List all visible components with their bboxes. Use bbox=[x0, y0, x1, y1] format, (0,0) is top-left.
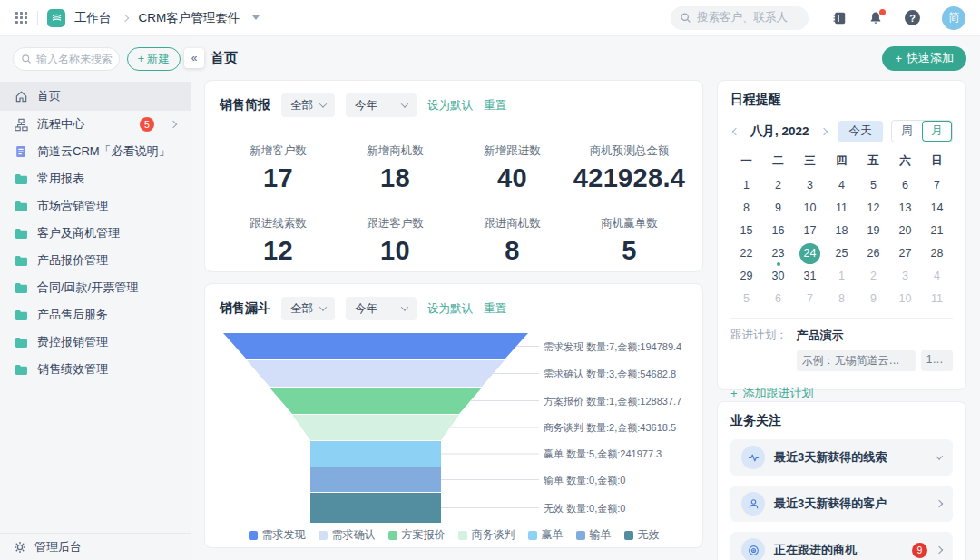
funnel-scope-select[interactable]: 全部 bbox=[281, 297, 335, 320]
brief-reset-link[interactable]: 重置 bbox=[484, 98, 506, 113]
funnel-set-default-link[interactable]: 设为默认 bbox=[427, 301, 473, 317]
calendar-day[interactable]: 2 bbox=[762, 174, 794, 196]
legend-item[interactable]: 需求确认 bbox=[318, 527, 376, 543]
funnel-stage[interactable] bbox=[292, 415, 459, 440]
calendar-day[interactable]: 4 bbox=[921, 265, 953, 287]
calendar-day[interactable]: 5 bbox=[730, 288, 762, 309]
sidebar-item[interactable]: 市场营销管理 bbox=[0, 192, 191, 220]
funnel-stage[interactable] bbox=[310, 441, 441, 467]
collapse-sidebar-button[interactable]: « bbox=[184, 48, 204, 68]
business-focus-item[interactable]: 最近3天新获得的客户 bbox=[730, 486, 953, 522]
sidebar-item[interactable]: 销售绩效管理 bbox=[0, 356, 191, 383]
apps-grid-icon[interactable] bbox=[15, 11, 28, 25]
calendar-day[interactable]: 19 bbox=[858, 220, 889, 241]
calendar-day[interactable]: 9 bbox=[762, 197, 794, 219]
business-focus-item[interactable]: 最近3天新获得的线索 bbox=[730, 439, 953, 476]
calendar-day[interactable]: 6 bbox=[762, 288, 794, 309]
business-focus-item[interactable]: 正在跟进的商机9 bbox=[730, 532, 953, 560]
calendar-day[interactable]: 10 bbox=[794, 197, 826, 219]
calendar-day[interactable]: 15 bbox=[730, 220, 762, 241]
sidebar-item[interactable]: 客户及商机管理 bbox=[0, 220, 191, 247]
calendar-day[interactable]: 8 bbox=[826, 288, 858, 309]
calendar-day[interactable]: 1 bbox=[826, 265, 858, 287]
breadcrumb-app-title[interactable]: CRM客户管理套件 bbox=[139, 10, 240, 26]
funnel-stage[interactable] bbox=[310, 493, 441, 523]
followup-company[interactable]: 示例：无锡简道云科技有限... bbox=[797, 350, 916, 371]
calendar-day[interactable]: 30 bbox=[762, 265, 794, 287]
calendar-day[interactable]: 5 bbox=[858, 174, 889, 196]
legend-item[interactable]: 赢单 bbox=[528, 527, 564, 543]
calendar-day[interactable]: 17 bbox=[794, 220, 826, 241]
legend-item[interactable]: 方案报价 bbox=[388, 527, 446, 543]
funnel-stage[interactable] bbox=[270, 388, 482, 414]
legend-item[interactable]: 输单 bbox=[576, 527, 612, 543]
calendar-day[interactable]: 28 bbox=[921, 242, 953, 264]
calendar-day[interactable]: 1 bbox=[730, 174, 762, 196]
calendar-day[interactable]: 8 bbox=[730, 197, 762, 219]
sidebar-item[interactable]: 费控报销管理 bbox=[0, 329, 191, 356]
sidebar-item[interactable]: 合同/回款/开票管理 bbox=[0, 274, 191, 301]
calendar-day[interactable]: 31 bbox=[794, 265, 826, 287]
calendar-day[interactable]: 21 bbox=[921, 220, 953, 241]
calendar-day[interactable]: 29 bbox=[730, 265, 762, 287]
calendar-day[interactable]: 6 bbox=[889, 174, 921, 196]
sidebar-item[interactable]: 产品报价管理 bbox=[0, 247, 191, 274]
calendar-day[interactable]: 24 bbox=[794, 242, 826, 264]
calendar-day[interactable]: 7 bbox=[921, 174, 953, 196]
calendar-day[interactable]: 7 bbox=[794, 288, 826, 309]
sidebar-item[interactable]: 常用报表 bbox=[0, 165, 191, 192]
help-icon[interactable]: ? bbox=[905, 10, 920, 25]
calendar-day[interactable]: 2 bbox=[858, 265, 889, 287]
breadcrumb-workspace[interactable]: 工作台 bbox=[74, 10, 112, 26]
quick-add-button[interactable]: + 快速添加 bbox=[882, 46, 966, 71]
calendar-day[interactable]: 14 bbox=[921, 197, 953, 219]
calendar-day[interactable]: 10 bbox=[889, 288, 921, 309]
legend-item[interactable]: 无效 bbox=[624, 527, 660, 543]
calendar-day[interactable]: 18 bbox=[826, 220, 858, 241]
calendar-day[interactable]: 16 bbox=[762, 220, 794, 241]
add-followup-plan-link[interactable]: + 添加跟进计划 bbox=[730, 385, 953, 401]
calendar-day[interactable]: 25 bbox=[826, 242, 858, 264]
legend-item[interactable]: 需求发现 bbox=[249, 527, 306, 543]
toggle-month[interactable]: 月 bbox=[922, 121, 952, 142]
sidebar-item[interactable]: 简道云CRM「必看说明」 bbox=[0, 138, 191, 165]
address-book-icon[interactable] bbox=[832, 11, 847, 25]
brief-scope-select[interactable]: 全部 bbox=[281, 93, 335, 117]
sidebar-item-admin[interactable]: 管理后台 bbox=[0, 533, 191, 560]
funnel-stage[interactable] bbox=[223, 333, 528, 359]
brief-set-default-link[interactable]: 设为默认 bbox=[427, 98, 473, 113]
calendar-day[interactable]: 22 bbox=[730, 242, 762, 264]
calendar-day[interactable]: 12 bbox=[858, 197, 889, 219]
funnel-stage[interactable] bbox=[247, 360, 505, 387]
avatar[interactable]: 简 bbox=[942, 6, 965, 30]
app-switch-caret-icon[interactable] bbox=[252, 15, 260, 20]
brief-period-select[interactable]: 今年 bbox=[346, 93, 416, 117]
funnel-reset-link[interactable]: 重置 bbox=[484, 301, 506, 317]
sidebar-item[interactable]: 产品售后服务 bbox=[0, 301, 191, 329]
calendar-day[interactable]: 23 bbox=[762, 242, 794, 264]
calendar-day[interactable]: 26 bbox=[858, 242, 889, 264]
sidebar-search-input[interactable]: 输入名称来搜索 bbox=[13, 47, 120, 71]
calendar-day[interactable]: 4 bbox=[826, 174, 858, 196]
new-button[interactable]: + 新建 bbox=[127, 47, 181, 71]
calendar-next-icon[interactable] bbox=[818, 127, 829, 136]
workspace-logo-icon[interactable] bbox=[47, 9, 65, 27]
followup-title[interactable]: 产品演示 bbox=[797, 328, 954, 344]
calendar-day[interactable]: 11 bbox=[826, 197, 858, 219]
calendar-day[interactable]: 13 bbox=[889, 197, 921, 219]
legend-item[interactable]: 商务谈判 bbox=[458, 527, 515, 543]
sidebar-item[interactable]: 首页 bbox=[0, 82, 191, 111]
calendar-day[interactable]: 3 bbox=[889, 265, 921, 287]
calendar-day[interactable]: 11 bbox=[921, 288, 953, 309]
calendar-prev-icon[interactable] bbox=[730, 127, 741, 136]
global-search-input[interactable]: 搜索客户、联系人 bbox=[671, 6, 808, 30]
calendar-day[interactable]: 3 bbox=[794, 174, 826, 196]
calendar-day[interactable]: 20 bbox=[889, 220, 921, 241]
calendar-day[interactable]: 9 bbox=[858, 288, 889, 309]
funnel-period-select[interactable]: 今年 bbox=[346, 297, 416, 320]
notifications-bell-icon[interactable] bbox=[868, 11, 883, 25]
calendar-day[interactable]: 27 bbox=[889, 242, 921, 264]
funnel-stage[interactable] bbox=[310, 467, 441, 492]
toggle-week[interactable]: 周 bbox=[892, 121, 922, 142]
sidebar-item[interactable]: 流程中心5 bbox=[0, 111, 191, 138]
